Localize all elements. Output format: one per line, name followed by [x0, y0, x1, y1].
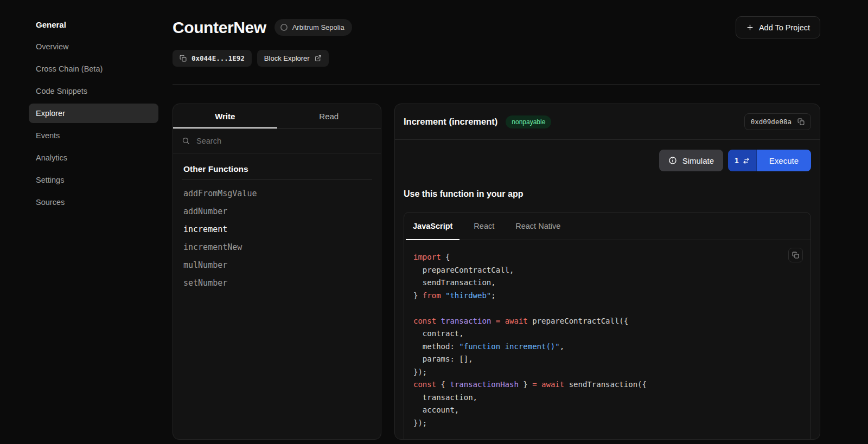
functions-group-divider	[182, 179, 372, 180]
sidebar-item-cross-chain-beta[interactable]: Cross Chain (Beta)	[29, 59, 158, 79]
tab-react-native[interactable]: React Native	[508, 213, 567, 240]
info-icon	[668, 156, 677, 165]
plus-icon	[746, 23, 754, 31]
execute-button[interactable]: Execute	[757, 150, 811, 171]
code-line: contract,	[413, 327, 801, 340]
title-group: CounterNew Arbitrum Sepolia	[173, 18, 352, 37]
function-item-mulnumber[interactable]: mulNumber	[182, 256, 372, 274]
sidebar-item-code-snippets[interactable]: Code Snippets	[29, 81, 158, 101]
transaction-count: 1	[735, 156, 739, 165]
code-line: account,	[413, 404, 801, 417]
search-icon	[182, 137, 190, 145]
code-line: } from "thirdweb";	[413, 289, 801, 303]
code-area: import { prepareContractCall, sendTransa…	[404, 240, 810, 439]
sidebar-item-events[interactable]: Events	[29, 126, 158, 145]
block-explorer-label: Block Explorer	[264, 54, 310, 62]
function-selector-pill[interactable]: 0xd09de08a	[744, 113, 811, 130]
code-line: transaction,	[413, 391, 801, 404]
add-to-project-button[interactable]: Add To Project	[736, 16, 820, 38]
function-item-increment[interactable]: increment	[182, 221, 372, 239]
network-badge[interactable]: Arbitrum Sepolia	[275, 19, 352, 36]
block-explorer-button[interactable]: Block Explorer	[257, 50, 329, 67]
function-detail-panel: Increment (increment) nonpayable 0xd09de…	[394, 104, 820, 440]
copy-icon	[797, 118, 805, 125]
copy-icon	[792, 252, 799, 259]
function-title: Increment (increment)	[404, 117, 497, 127]
header-divider	[173, 84, 820, 85]
network-badge-label: Arbitrum Sepolia	[292, 23, 344, 31]
actions-row: Simulate 1 Execute	[404, 150, 811, 171]
code-line: });	[413, 417, 801, 430]
sidebar-item-settings[interactable]: Settings	[29, 170, 158, 190]
code-line: const transaction = await prepareContrac…	[413, 315, 801, 328]
simulate-button[interactable]: Simulate	[659, 150, 723, 171]
function-item-addfrommsgvalue[interactable]: addFromMsgValue	[182, 185, 372, 203]
header-row: CounterNew Arbitrum Sepolia Add To Proje…	[173, 16, 820, 38]
code-line: sendTransaction,	[413, 276, 801, 289]
code-line: prepareContractCall,	[413, 264, 801, 277]
usage-heading: Use this function in your app	[404, 189, 811, 199]
detail-body: Simulate 1 Execute Use this function in …	[395, 140, 820, 439]
pill-row: 0x044E...1E92 Block Explorer	[173, 50, 820, 67]
code-line: import {	[413, 251, 801, 264]
sidebar-nav: OverviewCross Chain (Beta)Code SnippetsE…	[29, 37, 158, 212]
code-line: method: "function increment()",	[413, 340, 801, 353]
function-item-setnumber[interactable]: setNumber	[182, 274, 372, 292]
function-item-incrementnew[interactable]: incrementNew	[182, 239, 372, 256]
simulate-label: Simulate	[682, 156, 714, 165]
function-item-addnumber[interactable]: addNumber	[182, 203, 372, 221]
copy-code-button[interactable]	[788, 248, 803, 262]
code-line: });	[413, 366, 801, 379]
functions-group-heading: Other Functions	[183, 164, 372, 174]
functions-list-body: Other Functions addFromMsgValueaddNumber…	[173, 153, 381, 303]
execute-split-button: 1 Execute	[728, 150, 811, 171]
function-selector-label: 0xd09de08a	[751, 118, 792, 126]
main-content: CounterNew Arbitrum Sepolia Add To Proje…	[171, 0, 868, 444]
copy-icon	[180, 55, 187, 62]
sidebar: General OverviewCross Chain (Beta)Code S…	[0, 0, 171, 444]
code-block: import { prepareContractCall, sendTransa…	[413, 251, 801, 429]
functions-panel: WriteRead Other Functions addFromMsgValu…	[173, 104, 381, 440]
sidebar-item-analytics[interactable]: Analytics	[29, 148, 158, 168]
sidebar-item-explorer[interactable]: Explorer	[29, 104, 158, 123]
network-chain-icon	[280, 23, 288, 31]
code-language-tabs: JavaScriptReactReact Native	[404, 213, 810, 240]
add-to-project-label: Add To Project	[759, 23, 810, 32]
search-input[interactable]	[195, 136, 372, 146]
page-title: CounterNew	[173, 18, 266, 37]
transaction-count-button[interactable]: 1	[728, 150, 757, 171]
sidebar-item-overview[interactable]: Overview	[29, 37, 158, 56]
sidebar-heading: General	[29, 18, 158, 31]
tab-write[interactable]: Write	[173, 104, 277, 128]
tab-react[interactable]: React	[467, 213, 501, 240]
tab-read[interactable]: Read	[277, 104, 381, 128]
detail-title-group: Increment (increment) nonpayable	[404, 115, 551, 128]
contract-address-label: 0x044E...1E92	[192, 54, 245, 62]
write-read-tabs: WriteRead	[173, 104, 381, 128]
external-link-icon	[315, 55, 322, 62]
panels: WriteRead Other Functions addFromMsgValu…	[173, 104, 820, 440]
code-card: JavaScriptReactReact Native import { pre…	[404, 212, 811, 439]
tab-javascript[interactable]: JavaScript	[406, 213, 459, 240]
code-line: params: [],	[413, 353, 801, 366]
sidebar-item-sources[interactable]: Sources	[29, 192, 158, 212]
swap-arrows-icon	[743, 157, 750, 164]
detail-header: Increment (increment) nonpayable 0xd09de…	[395, 104, 820, 140]
code-line	[413, 302, 801, 315]
search-row	[173, 128, 381, 153]
contract-address-pill[interactable]: 0x044E...1E92	[173, 50, 252, 67]
code-line: const { transactionHash } = await sendTr…	[413, 378, 801, 391]
page: General OverviewCross Chain (Beta)Code S…	[0, 0, 868, 444]
mutability-badge: nonpayable	[506, 115, 551, 128]
functions-list: addFromMsgValueaddNumberincrementincreme…	[182, 185, 372, 292]
